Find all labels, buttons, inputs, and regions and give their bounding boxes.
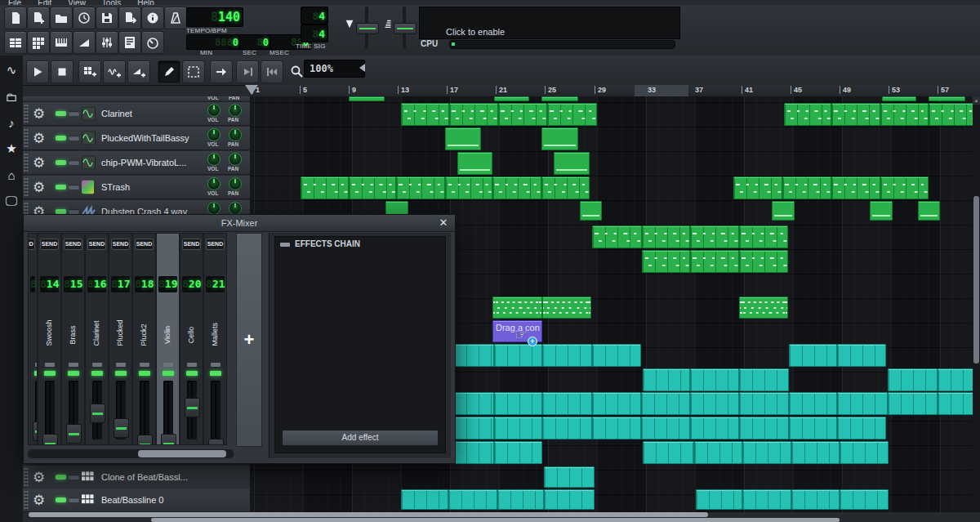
gear-icon[interactable]: ⚙ xyxy=(33,105,45,123)
gear-icon[interactable]: ⚙ xyxy=(33,492,45,509)
mute-toggle[interactable] xyxy=(56,475,66,480)
instruments-icon[interactable]: ∿ xyxy=(3,62,20,78)
timesig-denominator-display[interactable]: 84 xyxy=(301,25,328,42)
bb-pattern-block[interactable] xyxy=(401,489,448,510)
pattern-block[interactable] xyxy=(492,297,542,319)
pan-knob[interactable] xyxy=(229,104,242,117)
pattern-block[interactable] xyxy=(547,103,597,126)
gear-icon[interactable]: ⚙ xyxy=(33,154,45,172)
vertical-scroll-thumb[interactable] xyxy=(973,196,979,364)
solo-toggle[interactable] xyxy=(69,136,79,141)
pan-knob[interactable] xyxy=(229,128,242,141)
open-project-button[interactable] xyxy=(50,7,73,29)
mute-toggle[interactable] xyxy=(56,497,66,502)
track-name[interactable]: Clone of Beat/Bassl... xyxy=(101,472,188,482)
samples-icon[interactable]: ♪ xyxy=(3,114,20,131)
controller-rack-button[interactable] xyxy=(141,31,164,54)
pattern-block[interactable] xyxy=(541,127,578,150)
bb-pattern-block[interactable] xyxy=(592,417,641,439)
mixer-channel-mallets[interactable]: SEND821Mallets xyxy=(203,233,227,445)
master-volume-slider[interactable] xyxy=(365,7,368,49)
pattern-block[interactable] xyxy=(929,103,977,126)
scroll-up-icon[interactable]: ▲ xyxy=(973,96,980,105)
pattern-block[interactable] xyxy=(492,176,541,199)
pattern-block[interactable] xyxy=(690,225,739,248)
bb-pattern-block[interactable] xyxy=(789,344,837,367)
bb-pattern-block[interactable] xyxy=(742,441,791,464)
bb-pattern-block[interactable] xyxy=(494,344,542,367)
effects-chain-enable-led[interactable] xyxy=(280,243,290,247)
project-notes-button[interactable] xyxy=(118,31,141,54)
mixer-channel-cello[interactable]: SEND820Cello xyxy=(180,233,203,445)
bb-pattern-block[interactable] xyxy=(542,344,592,367)
track-name[interactable]: PluckedWithTailBassy xyxy=(101,133,189,143)
pattern-block[interactable] xyxy=(918,201,940,221)
output-visualizer[interactable]: Click to enable xyxy=(419,7,680,39)
pattern-block[interactable] xyxy=(739,250,788,273)
bb-pattern-block[interactable] xyxy=(494,392,542,415)
song-editor-button[interactable] xyxy=(4,31,27,54)
solo-toggle[interactable] xyxy=(69,185,79,190)
automation-editor-button[interactable] xyxy=(73,31,96,54)
pattern-block[interactable] xyxy=(880,176,929,199)
bb-pattern-block[interactable] xyxy=(643,368,690,391)
new-from-template-button[interactable] xyxy=(27,7,50,29)
channel-mute-indicator[interactable] xyxy=(116,363,126,367)
bb-pattern-block[interactable] xyxy=(453,417,494,439)
bb-pattern-block[interactable] xyxy=(739,392,789,415)
pattern-block[interactable] xyxy=(642,225,690,248)
track-grip-handle[interactable] xyxy=(24,467,29,487)
volume-knob[interactable] xyxy=(207,153,220,166)
track-grip-handle[interactable] xyxy=(24,104,29,123)
bb-pattern-block[interactable] xyxy=(739,417,789,439)
pattern-block[interactable] xyxy=(831,176,880,199)
pattern-block[interactable] xyxy=(880,103,929,126)
bb-pattern-block[interactable] xyxy=(837,392,888,415)
add-sample-track-button[interactable] xyxy=(103,60,126,83)
channel-fader-track[interactable] xyxy=(163,381,173,439)
pattern-block[interactable] xyxy=(784,103,831,126)
pattern-block[interactable] xyxy=(445,127,481,150)
pattern-block[interactable] xyxy=(739,297,788,319)
channel-fader-track[interactable] xyxy=(140,381,149,439)
gear-icon[interactable]: ⚙ xyxy=(33,469,45,486)
pattern-block[interactable] xyxy=(401,103,449,126)
mute-toggle[interactable] xyxy=(56,136,66,141)
bb-pattern-block[interactable] xyxy=(453,392,494,415)
send-button[interactable]: SEND xyxy=(135,239,154,250)
track-name[interactable]: Beat/Bassline 0 xyxy=(101,495,163,505)
mute-toggle[interactable] xyxy=(56,185,66,190)
add-bb-track-button[interactable] xyxy=(78,60,101,83)
bb-pattern-block[interactable] xyxy=(643,441,694,464)
pattern-block[interactable] xyxy=(882,96,916,101)
mixer-channel-violin[interactable]: 819Violin xyxy=(156,233,180,445)
channel-mute-indicator[interactable] xyxy=(211,363,220,367)
bb-pattern-block[interactable] xyxy=(544,466,595,488)
mute-toggle[interactable] xyxy=(56,111,66,116)
bb-pattern-block[interactable] xyxy=(542,392,592,415)
bb-pattern-block[interactable] xyxy=(494,441,542,464)
pattern-block[interactable] xyxy=(494,96,529,101)
add-automation-track-button[interactable] xyxy=(127,60,150,83)
bb-pattern-block[interactable] xyxy=(542,417,592,439)
pattern-block[interactable] xyxy=(457,152,492,175)
bb-pattern-block[interactable] xyxy=(453,344,494,367)
send-button[interactable]: SEND xyxy=(111,239,130,250)
bb-pattern-block[interactable] xyxy=(497,489,544,510)
channel-fader-track[interactable] xyxy=(211,381,220,439)
recently-opened-button[interactable] xyxy=(73,7,96,29)
channel-mute-indicator[interactable] xyxy=(187,363,197,367)
bb-pattern-block[interactable] xyxy=(448,489,497,510)
mixer-channel-clarinet[interactable]: SEND816Clarinet xyxy=(85,233,109,445)
send-button[interactable]: SEND xyxy=(182,239,201,250)
solo-toggle[interactable] xyxy=(69,111,79,116)
bb-pattern-block[interactable] xyxy=(690,417,739,439)
send-button[interactable]: SEND xyxy=(40,239,59,250)
track-name[interactable]: chip-PWM-VibratoL... xyxy=(101,158,186,167)
new-mixer-channel-button[interactable]: + xyxy=(236,233,262,447)
send-button[interactable]: SEND xyxy=(87,239,106,250)
pan-knob[interactable] xyxy=(229,177,242,190)
timeline-ruler[interactable] xyxy=(250,85,980,97)
bb-pattern-block[interactable] xyxy=(791,441,840,464)
new-project-button[interactable] xyxy=(4,7,27,29)
